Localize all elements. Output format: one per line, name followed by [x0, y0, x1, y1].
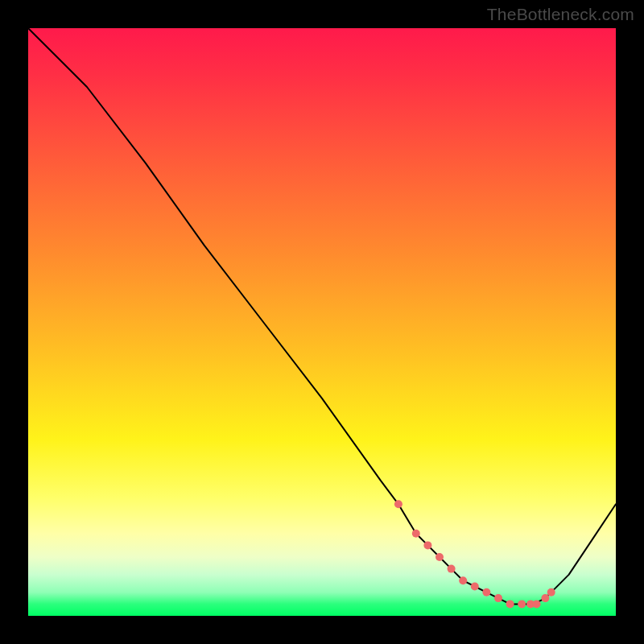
- marker-dot: [518, 600, 526, 608]
- curve-line: [28, 28, 616, 604]
- marker-dot: [394, 500, 402, 508]
- marker-dot: [541, 594, 549, 602]
- marker-dot: [423, 541, 431, 549]
- attribution-text: TheBottleneck.com: [487, 5, 634, 24]
- marker-dot: [412, 530, 420, 538]
- plot-area: [28, 28, 616, 616]
- marker-dot: [448, 565, 456, 573]
- marker-dot: [436, 553, 444, 561]
- marker-dot: [506, 600, 514, 608]
- marker-dot: [494, 594, 502, 602]
- marker-dot: [533, 600, 541, 608]
- marker-dot: [459, 576, 467, 584]
- chart-frame: TheBottleneck.com: [0, 0, 644, 644]
- marker-dot: [471, 583, 479, 591]
- marker-dot: [482, 588, 490, 597]
- chart-svg: [28, 28, 616, 616]
- marker-dot: [547, 588, 555, 597]
- marker-group: [394, 500, 555, 608]
